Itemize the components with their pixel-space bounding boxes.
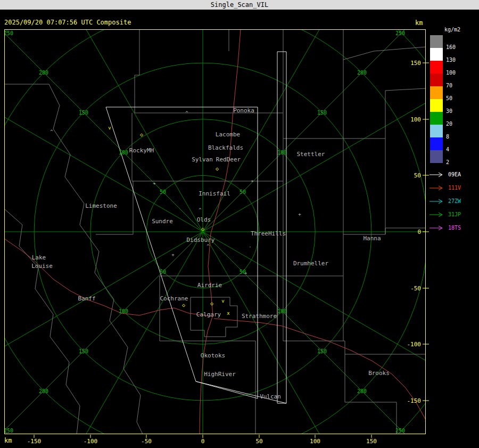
city-label: Olds <box>197 216 211 223</box>
range-label: 250 <box>4 428 13 434</box>
map-marker: ◇ <box>216 166 219 172</box>
map-marker: * <box>244 272 247 277</box>
range-spoke <box>0 232 203 443</box>
range-label: 250 <box>395 30 405 36</box>
legend-swatch <box>430 99 443 112</box>
x-axis-label: -100 <box>84 438 98 445</box>
x-axis-label: 50 <box>255 438 262 445</box>
city-label: Sundre <box>152 218 173 225</box>
city-label: Hanna <box>363 235 381 242</box>
city-label: Stettler <box>297 151 325 158</box>
range-label: 150 <box>79 348 88 354</box>
city-label: Vulcan <box>260 393 281 400</box>
x-axis: -150-100-50050100150 <box>27 435 377 445</box>
legend-swatch <box>430 125 443 137</box>
window-title: Single_Scan_VIL <box>211 1 268 9</box>
city-label: Lacombe <box>216 131 240 138</box>
map-marker: + <box>298 211 301 217</box>
city-label: Limestone <box>85 202 117 209</box>
range-label: 100 <box>119 308 128 314</box>
range-rings <box>0 0 479 448</box>
window-title-bar[interactable]: Single_Scan_VIL <box>0 0 479 10</box>
radar-arrow-icon <box>429 225 445 231</box>
y-axis-label: -100 <box>407 341 422 348</box>
radar-site-row: 09EA <box>429 168 461 181</box>
map-marker: ◇ <box>210 300 213 306</box>
city-label: Strathmore <box>242 313 277 320</box>
county-boundary-line <box>49 84 143 434</box>
x-axis-label: -150 <box>27 438 42 445</box>
bottom-axis-unit: km <box>4 437 12 444</box>
city-label: ThreeHills <box>251 230 286 237</box>
radar-arrow-icon <box>429 172 445 178</box>
city-label: RockyMH <box>129 147 154 154</box>
radar-site-row: 31JP <box>429 208 461 221</box>
y-axis-label: -150 <box>407 397 422 404</box>
city-label: Okotoks <box>201 352 225 359</box>
radar-site-row: 111V <box>429 181 461 194</box>
x-axis-label: 100 <box>310 438 320 445</box>
legend-swatch <box>430 137 443 150</box>
legend-value: 130 <box>446 57 456 63</box>
map-marker: v <box>108 125 111 131</box>
county-boundary-line <box>343 47 426 60</box>
range-label: 100 <box>277 150 287 156</box>
y-axis-label: -50 <box>410 285 421 292</box>
range-label: 200 <box>357 70 367 76</box>
range-spoke <box>203 232 461 381</box>
map-marker: ◇ <box>182 302 185 308</box>
city-label: Louise <box>31 263 53 270</box>
county-boundary-line <box>4 209 80 434</box>
timestamp-label: 2025/09/20 07:07:56 UTC Composite <box>4 19 131 26</box>
legend-unit: kg/m2 <box>444 27 460 32</box>
city-label: Blackfalds <box>208 144 243 151</box>
y-axis-label: 50 <box>414 172 421 179</box>
legend-swatch <box>430 48 443 61</box>
range-label: 150 <box>317 110 327 116</box>
legend-value: 4 <box>446 146 449 153</box>
city-label: Innisfail <box>199 190 230 197</box>
map-marker: + <box>171 252 175 257</box>
legend-swatch <box>430 74 443 86</box>
city-label: Airdrie <box>197 282 222 289</box>
map-marker: ^ <box>185 110 188 116</box>
radar-arrow-icon <box>429 198 445 205</box>
city-label: Didsbury <box>187 237 215 243</box>
map-marker: * <box>251 180 253 185</box>
city-label: Calgary <box>196 311 221 318</box>
map-marker: ◇ <box>140 132 143 137</box>
radar-site-legend: 09EA111V27ZW31JP18TS <box>429 168 461 234</box>
radar-site-id: 111V <box>448 185 461 191</box>
legend-swatch <box>430 112 443 125</box>
city-labels: PonokaLacombeBlackfaldsSylvanRedDeerStet… <box>31 107 390 400</box>
map-marker: x <box>227 311 230 316</box>
radar-site-id: 27ZW <box>448 198 461 204</box>
range-label: 50 <box>160 269 166 275</box>
map-marker: ◇ <box>201 226 204 232</box>
map-marker: ^ <box>50 129 53 134</box>
legend-value: 8 <box>446 134 449 140</box>
range-label: 200 <box>357 388 367 394</box>
range-label: 250 <box>4 30 13 36</box>
site-markers: ◇◇◇◇◇vvx^^+^^++·** <box>50 110 301 316</box>
legend-value: 30 <box>446 108 452 115</box>
map-marker: ^ <box>207 243 210 249</box>
range-label: 250 <box>395 428 405 434</box>
range-label: 150 <box>317 348 327 354</box>
radar-site-row: 27ZW <box>429 194 461 208</box>
city-label: Cochrane <box>160 295 188 302</box>
map-marker: + <box>153 181 156 186</box>
legend-value: 100 <box>446 70 456 76</box>
range-label: 100 <box>277 308 287 314</box>
y-axis-label: 100 <box>410 116 421 123</box>
county-boundary-line <box>343 88 426 139</box>
city-label: Sylvan <box>192 156 213 163</box>
legend-value: 160 <box>446 44 456 51</box>
legend-value: 70 <box>446 83 452 89</box>
y-axis-label: 0 <box>417 229 421 235</box>
y-axis-label: 150 <box>410 60 421 67</box>
map-marker: v <box>221 298 224 304</box>
legend-value: 2 <box>446 159 449 166</box>
city-label: Banff <box>78 295 95 302</box>
x-axis-label: -50 <box>141 438 152 445</box>
